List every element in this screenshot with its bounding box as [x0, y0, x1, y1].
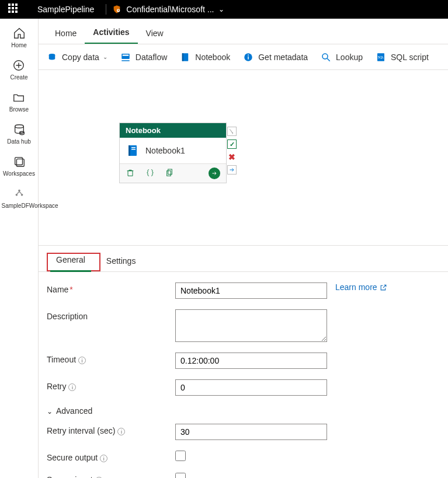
- svg-rect-16: [248, 56, 249, 59]
- workspace-dots-icon: [13, 187, 26, 200]
- properties-panel: General Settings Name* Learn more Descri…: [39, 245, 448, 478]
- title-bar: SamplePipeline Confidential\Microsoft ..…: [0, 0, 448, 19]
- svg-rect-26: [166, 170, 171, 176]
- tool-get-metadata[interactable]: Get metadata: [243, 52, 308, 62]
- copy-icon[interactable]: [165, 168, 175, 177]
- tool-lookup[interactable]: Lookup: [321, 52, 363, 62]
- input-retry[interactable]: [175, 379, 327, 396]
- nav-workspace-current[interactable]: SampleDFWorkspace: [2, 187, 37, 209]
- label-timeout: Timeouti: [47, 353, 175, 364]
- label-description: Description: [47, 309, 175, 321]
- info-icon: i: [68, 383, 76, 391]
- svg-rect-23: [131, 147, 136, 148]
- svg-rect-22: [129, 145, 130, 156]
- nav-create[interactable]: Create: [10, 59, 27, 81]
- svg-rect-11: [121, 54, 130, 59]
- svg-point-8: [15, 194, 18, 196]
- svg-point-7: [18, 190, 20, 192]
- notebook-icon: [126, 144, 140, 158]
- activity-node-notebook[interactable]: Notebook Notebook1 ✓ ✖: [119, 123, 227, 183]
- left-nav: Home Create Browse Data hub Workspaces S…: [0, 19, 39, 478]
- main-area: Home Activities View Copy data ⌄ Dataflo…: [39, 19, 448, 478]
- node-output-ports: ✓ ✖: [227, 127, 237, 175]
- node-activity-name: Notebook1: [145, 146, 185, 155]
- label-retry-interval: Retry interval (sec)i: [47, 424, 175, 435]
- run-button[interactable]: [209, 168, 220, 179]
- workspaces-icon: [13, 155, 26, 168]
- tool-dataflow[interactable]: Dataflow: [120, 52, 167, 62]
- braces-icon[interactable]: [145, 168, 155, 177]
- info-icon: i: [100, 455, 107, 462]
- pipeline-canvas[interactable]: Notebook Notebook1 ✓ ✖: [39, 70, 448, 245]
- tool-sql-script[interactable]: SQL SQL script: [376, 52, 429, 62]
- external-link-icon: [380, 284, 387, 291]
- nav-workspaces[interactable]: Workspaces: [3, 155, 35, 177]
- port-completion[interactable]: [227, 165, 237, 175]
- port-success[interactable]: ✓: [227, 139, 237, 149]
- nav-datahub[interactable]: Data hub: [7, 123, 31, 145]
- tool-copy-data[interactable]: Copy data ⌄: [47, 52, 107, 62]
- tab-activities[interactable]: Activities: [85, 22, 137, 44]
- svg-rect-24: [131, 149, 136, 150]
- label-secure-input: Secure inputi: [47, 473, 175, 478]
- info-icon: i: [78, 357, 86, 364]
- sensitivity-chevron-icon[interactable]: ⌄: [218, 5, 224, 13]
- home-icon: [13, 27, 26, 40]
- checkbox-secure-input[interactable]: [175, 473, 186, 478]
- svg-rect-6: [16, 159, 24, 166]
- chevron-down-icon: ⌄: [47, 407, 53, 416]
- port-failure[interactable]: ✖: [227, 152, 237, 162]
- sensitivity-label[interactable]: Confidential\Microsoft ...: [126, 5, 214, 14]
- advanced-toggle[interactable]: ⌄Advanced: [47, 406, 92, 416]
- tab-view[interactable]: View: [138, 23, 172, 44]
- input-retry-interval[interactable]: [175, 424, 327, 440]
- search-icon: [321, 52, 331, 62]
- label-name: Name*: [47, 282, 175, 294]
- tool-notebook[interactable]: Notebook: [180, 52, 230, 62]
- prop-tab-general[interactable]: General: [50, 252, 91, 272]
- sensitivity-shield-icon: [112, 5, 121, 14]
- header-divider: [106, 4, 106, 15]
- svg-rect-5: [15, 158, 22, 165]
- info-icon: [243, 52, 253, 62]
- activity-toolbar: Copy data ⌄ Dataflow Notebook Get metada…: [39, 44, 448, 70]
- port-skip[interactable]: [227, 127, 237, 136]
- svg-point-3: [15, 125, 23, 128]
- label-retry: Retryi: [47, 379, 175, 391]
- svg-point-18: [322, 54, 328, 59]
- copy-data-icon: [47, 52, 57, 62]
- svg-rect-12: [123, 54, 129, 55]
- arrow-right-icon: [211, 170, 218, 177]
- checkbox-secure-output[interactable]: [175, 451, 186, 461]
- pipeline-title: SamplePipeline: [37, 5, 94, 14]
- svg-rect-1: [118, 10, 119, 11]
- svg-point-17: [248, 54, 249, 55]
- ribbon-tabs: Home Activities View: [39, 19, 448, 44]
- svg-text:SQL: SQL: [378, 55, 384, 59]
- tab-home[interactable]: Home: [47, 23, 85, 44]
- folder-icon: [12, 91, 25, 104]
- chevron-down-icon: ⌄: [103, 54, 107, 60]
- plus-circle-icon: [12, 59, 25, 72]
- notebook-icon: [180, 52, 190, 62]
- info-icon: i: [117, 428, 125, 435]
- dataflow-icon: [120, 52, 131, 62]
- input-description[interactable]: [175, 309, 327, 342]
- nav-browse[interactable]: Browse: [9, 91, 29, 113]
- delete-icon[interactable]: [126, 168, 135, 177]
- input-timeout[interactable]: [175, 353, 327, 369]
- svg-rect-25: [168, 169, 172, 175]
- input-name[interactable]: [175, 282, 327, 299]
- svg-point-9: [20, 194, 23, 196]
- database-icon: [13, 123, 26, 136]
- learn-more-link[interactable]: Learn more: [335, 282, 387, 292]
- node-type-label: Notebook: [120, 123, 226, 138]
- label-secure-output: Secure outputi: [47, 451, 175, 462]
- prop-tab-settings[interactable]: Settings: [100, 253, 142, 271]
- general-tab-highlight: General: [47, 253, 100, 271]
- app-launcher-icon[interactable]: [8, 4, 20, 15]
- sql-icon: SQL: [376, 52, 386, 62]
- svg-rect-14: [182, 53, 183, 61]
- nav-home[interactable]: Home: [11, 27, 27, 48]
